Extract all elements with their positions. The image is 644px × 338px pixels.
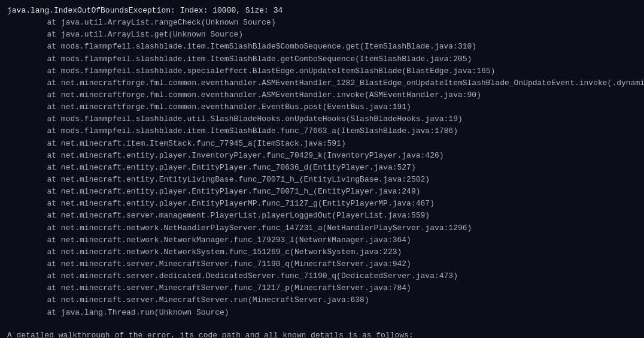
stack-line: at net.minecraftforge.fml.common.eventha… [7, 77, 637, 89]
stack-line: at net.minecraft.entity.player.Inventory… [7, 150, 637, 162]
error-header: java.lang.IndexOutOfBoundsException: Ind… [7, 5, 637, 17]
stack-line: at java.lang.Thread.run(Unknown Source) [7, 307, 637, 319]
stack-line: at net.minecraft.server.MinecraftServer.… [7, 258, 637, 270]
stack-line: at net.minecraftforge.fml.common.eventha… [7, 101, 637, 113]
stack-line: at mods.flammpfeil.slashblade.util.Slash… [7, 113, 637, 125]
stack-line: at mods.flammpfeil.slashblade.item.ItemS… [7, 41, 637, 53]
stack-line: at net.minecraft.entity.player.EntityPla… [7, 162, 637, 174]
stack-line: at net.minecraft.network.NetworkSystem.f… [7, 246, 637, 258]
stack-line: at net.minecraftforge.fml.common.eventha… [7, 89, 637, 101]
stack-line: at java.util.ArrayList.rangeCheck(Unknow… [7, 17, 637, 29]
stack-line: at java.util.ArrayList.get(Unknown Sourc… [7, 29, 637, 41]
stack-line: at net.minecraft.entity.EntityLivingBase… [7, 174, 637, 186]
stack-line: at mods.flammpfeil.slashblade.item.ItemS… [7, 53, 637, 65]
stack-line: at mods.flammpfeil.slashblade.item.ItemS… [7, 125, 637, 137]
stack-line: at net.minecraft.item.ItemStack.func_779… [7, 138, 637, 150]
stack-line: at net.minecraft.network.NetworkManager.… [7, 234, 637, 246]
stack-line: at net.minecraft.network.NetHandlerPlayS… [7, 222, 637, 234]
stack-line: at net.minecraft.entity.player.EntityPla… [7, 198, 637, 210]
stack-line: at net.minecraft.server.MinecraftServer.… [7, 282, 637, 294]
stack-line: at net.minecraft.server.dedicated.Dedica… [7, 270, 637, 282]
stack-line: at net.minecraft.server.MinecraftServer.… [7, 294, 637, 306]
console-container: java.lang.IndexOutOfBoundsException: Ind… [0, 0, 644, 338]
stack-line: at net.minecraft.entity.player.EntityPla… [7, 186, 637, 198]
stack-trace: at java.util.ArrayList.rangeCheck(Unknow… [7, 17, 637, 319]
stack-line: at net.minecraft.server.management.Playe… [7, 210, 637, 222]
footer-text: A detailed walkthrough of the error, its… [7, 330, 637, 338]
stack-line: at mods.flammpfeil.slashblade.specialeff… [7, 65, 637, 77]
